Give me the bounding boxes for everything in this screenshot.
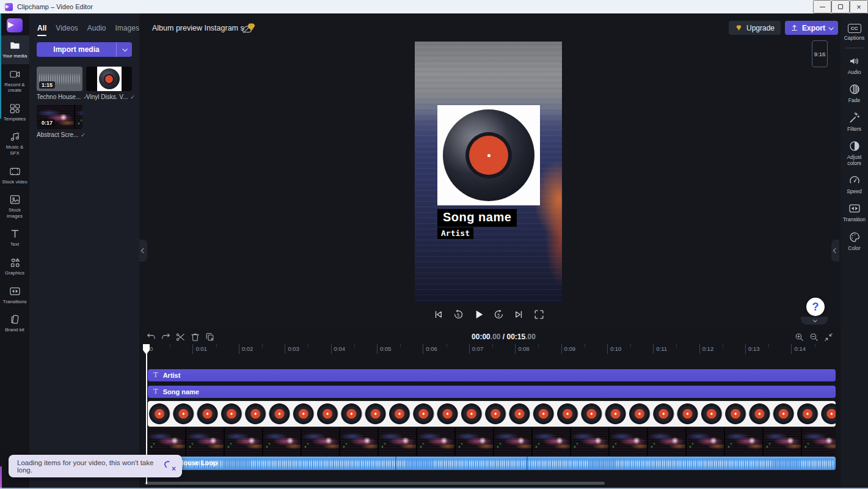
expand-properties-panel-button[interactable] xyxy=(831,240,839,262)
preview-song-name-text[interactable]: Song name xyxy=(437,209,517,227)
timeline-track-artist-text[interactable]: T Artist xyxy=(148,369,836,381)
tool-item-label: Transition xyxy=(843,216,866,222)
window-minimize-button[interactable] xyxy=(813,0,831,13)
window-edge-accent xyxy=(0,13,1,119)
rewind-5s-button[interactable]: 5 xyxy=(451,306,465,322)
toast-spinner-close-button[interactable]: × xyxy=(164,461,176,472)
media-item-vinyl-disks-v[interactable]: Vinyl Disks. V...✓ xyxy=(86,67,132,100)
sidebar-item-brand-kit[interactable]: Brand kit xyxy=(0,309,29,338)
timeline-track-song-name-text[interactable]: T Song name xyxy=(148,386,836,398)
duration-badge: 1:15 xyxy=(39,81,55,89)
tool-item-filters[interactable]: Filters xyxy=(841,108,868,136)
window-maximize-button[interactable] xyxy=(831,0,850,13)
timeline-horizontal-scrollbar[interactable] xyxy=(145,482,605,485)
ruler-tick[interactable]: 0:01 xyxy=(192,344,238,354)
sidebar-item-record-create[interactable]: Record & create xyxy=(0,64,29,98)
upgrade-button[interactable]: Upgrade xyxy=(729,21,781,35)
help-collapse-tab[interactable] xyxy=(801,317,828,325)
timeline-track-vinyl-video[interactable] xyxy=(148,401,836,427)
timeline-track-audio[interactable]: Techno House Loop xyxy=(148,457,836,470)
ruler-tick[interactable]: 0:04 xyxy=(331,344,377,354)
play-button[interactable] xyxy=(471,306,486,322)
delete-button[interactable] xyxy=(188,329,202,344)
timeline-track-abstract-video[interactable] xyxy=(148,428,836,456)
track-label: Artist xyxy=(163,372,181,379)
window-title: Clipchamp – Video Editor xyxy=(17,3,93,10)
tool-item-color[interactable]: Color xyxy=(841,227,868,256)
skip-to-end-button[interactable] xyxy=(511,306,526,322)
ruler-tick[interactable]: 0:03 xyxy=(285,344,330,354)
sidebar-item-label: Transitions xyxy=(3,299,27,305)
tool-item-speed[interactable]: Speed xyxy=(841,171,868,199)
text-track-icon: T xyxy=(153,388,158,395)
media-item-abstract-scre[interactable]: 0:17Abstract Scre...✓ xyxy=(37,105,82,138)
forward-5s-button[interactable]: 5 xyxy=(491,306,506,322)
zoom-out-button[interactable] xyxy=(806,329,821,344)
timecode-display: 00:00.00 / 00:15.00 xyxy=(139,333,868,341)
cloud-sync-off-icon[interactable] xyxy=(241,22,257,34)
ruler-tick[interactable]: 0:11 xyxy=(653,344,699,354)
collapse-media-panel-button[interactable] xyxy=(139,240,147,262)
sidebar-item-stock-images[interactable]: Stock images xyxy=(0,189,29,224)
sidebar-item-stock-video[interactable]: Stock video xyxy=(0,161,29,190)
sidebar-item-label: Record & create xyxy=(1,82,29,94)
fullscreen-button[interactable] xyxy=(531,306,546,322)
tab-all[interactable]: All xyxy=(37,24,46,36)
sidebar-item-templates[interactable]: Templates xyxy=(0,98,29,127)
zoom-in-button[interactable] xyxy=(792,329,806,344)
split-button[interactable] xyxy=(173,329,188,344)
timeline-ruler[interactable]: 00:010:020:030:040:050:060:070:080:090:1… xyxy=(147,344,837,356)
ruler-tick[interactable]: 0 xyxy=(147,344,192,354)
skip-to-start-button[interactable] xyxy=(431,306,445,322)
ruler-tick[interactable]: 0:08 xyxy=(515,344,561,354)
tool-item-audio[interactable]: Audio xyxy=(841,51,868,79)
sidebar-item-text[interactable]: Text xyxy=(0,224,29,252)
sidebar-item-music-sfx[interactable]: Music & SFX xyxy=(0,127,29,161)
media-item-techno-house[interactable]: 1:15Techno House...✓ xyxy=(37,67,82,100)
zoom-out-icon xyxy=(809,332,819,342)
undo-button[interactable] xyxy=(144,329,158,344)
scissors-icon xyxy=(175,332,186,342)
tool-item-captions[interactable]: CCCaptions xyxy=(841,20,868,45)
import-media-dropdown-button[interactable] xyxy=(116,42,132,57)
minor-tick xyxy=(216,344,217,347)
tool-item-transition[interactable]: Transition xyxy=(841,199,868,227)
export-button[interactable]: Export xyxy=(785,21,838,35)
ruler-tick[interactable]: 0:13 xyxy=(745,344,791,354)
duplicate-button[interactable] xyxy=(202,329,217,344)
tool-item-fade[interactable]: Fade xyxy=(841,79,868,108)
zoom-to-fit-button[interactable] xyxy=(821,329,836,344)
preview-artist-text[interactable]: Artist xyxy=(437,227,473,239)
audio-loop-boundary xyxy=(395,457,396,470)
help-button[interactable]: ? xyxy=(806,298,825,316)
minor-tick xyxy=(308,344,308,347)
tab-videos[interactable]: Videos xyxy=(56,24,78,36)
tab-audio[interactable]: Audio xyxy=(87,24,106,36)
ruler-tick[interactable]: 0:12 xyxy=(699,344,745,354)
ruler-label: 0:02 xyxy=(242,345,253,352)
ruler-tick[interactable]: 0:10 xyxy=(607,344,653,354)
import-media-button[interactable]: Import media xyxy=(37,42,116,57)
ruler-tick[interactable]: 0:09 xyxy=(561,344,607,354)
ruler-label: 0:06 xyxy=(426,345,437,352)
minor-tick xyxy=(354,344,355,347)
tool-item-adjust-colors[interactable]: Adjust colors xyxy=(841,136,868,171)
audio-loop-boundary xyxy=(527,457,528,470)
ruler-tick[interactable]: 0:06 xyxy=(423,344,469,354)
transition-icon xyxy=(848,202,861,215)
project-title[interactable]: Album preview Instagram s xyxy=(152,24,244,32)
sidebar-item-transitions[interactable]: Transitions xyxy=(0,281,29,310)
sidebar-item-your-media[interactable]: Your media xyxy=(0,35,29,64)
ruler-tick[interactable]: 0:07 xyxy=(469,344,515,354)
tab-images[interactable]: Images xyxy=(115,24,139,36)
ruler-label: 0:05 xyxy=(380,345,392,352)
sidebar-item-graphics[interactable]: Graphics xyxy=(0,252,29,281)
tool-item-label: Captions xyxy=(844,35,865,41)
ruler-tick[interactable]: 0:02 xyxy=(239,344,285,354)
redo-button[interactable] xyxy=(158,329,173,344)
skip-start-icon xyxy=(432,309,444,320)
fullscreen-icon xyxy=(533,309,545,320)
window-close-button[interactable]: × xyxy=(850,0,868,13)
ruler-tick[interactable]: 0:05 xyxy=(377,344,423,354)
ruler-tick[interactable]: 0:14 xyxy=(791,344,837,354)
